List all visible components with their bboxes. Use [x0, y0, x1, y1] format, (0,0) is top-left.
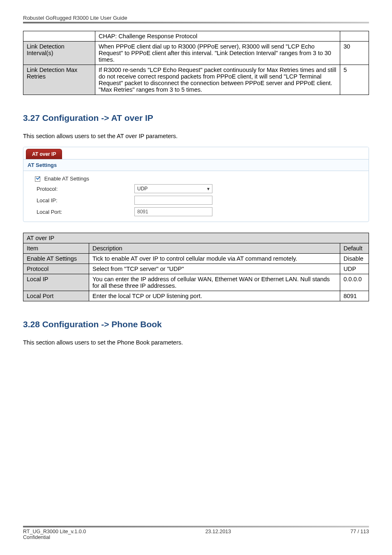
- cell-item: Link Detection Interval(s): [23, 42, 95, 65]
- intro-328: This section allows users to set the Pho…: [23, 339, 369, 346]
- table-pppoe-cont: CHAP: Challenge Response Protocol Link D…: [23, 31, 369, 95]
- cell-default: 8091: [340, 291, 369, 301]
- cell-desc: When PPPoE client dial up to R3000 (PPPo…: [95, 42, 340, 65]
- cell-empty: [340, 31, 369, 42]
- table-row: Local Port Enter the local TCP or UDP li…: [23, 291, 369, 301]
- table-header-row: Item Description Default: [23, 243, 369, 254]
- intro-327: This section allows users to set the AT …: [23, 133, 369, 139]
- cell-item: Local IP: [23, 274, 89, 291]
- cell-default: 0.0.0.0: [340, 274, 369, 291]
- enable-at-settings-text: Enable AT Settings: [44, 176, 89, 182]
- footer-right: 77 / 113: [350, 529, 369, 534]
- tab-at-over-ip[interactable]: AT over IP: [26, 149, 62, 159]
- footer-row2: Confidential: [23, 534, 369, 540]
- enable-at-settings-checkbox[interactable]: [35, 176, 40, 182]
- cell-default: Disable: [340, 254, 369, 264]
- row-localip: Local IP:: [28, 194, 364, 206]
- row-localport: Local Port: 8091: [28, 206, 364, 217]
- table-title-row: AT over IP: [23, 233, 369, 243]
- footer-row: RT_UG_R3000 Lite_v.1.0.0 23.12.2013 77 /…: [23, 529, 369, 534]
- protocol-value: UDP: [137, 186, 148, 192]
- footer-center: 23.12.2013: [205, 529, 231, 534]
- row-protocol: Protocol: UDP ▼: [28, 183, 364, 194]
- localip-input[interactable]: [134, 196, 212, 205]
- footer-left: RT_UG_R3000 Lite_v.1.0.0: [23, 529, 86, 534]
- cell-default: 5: [340, 65, 369, 95]
- header-description: Description: [89, 243, 340, 254]
- cell-desc: You can enter the IP address of cellular…: [89, 274, 340, 291]
- table-row: Link Detection Interval(s) When PPPoE cl…: [23, 42, 369, 65]
- table-row: Protocol Select from "TCP server" or "UD…: [23, 264, 369, 274]
- table-row: Link Detection Max Retries If R3000 re-s…: [23, 65, 369, 95]
- form-grid: Enable AT Settings Protocol: UDP ▼ Local…: [23, 171, 369, 222]
- at-over-ip-panel: AT over IP AT Settings Enable AT Setting…: [23, 147, 369, 222]
- cell-desc: Tick to enable AT over IP to control cel…: [89, 254, 340, 264]
- cell-default: 30: [340, 42, 369, 65]
- cell-desc: Select from "TCP server" or "UDP": [89, 264, 340, 274]
- footer: RT_UG_R3000 Lite_v.1.0.0 23.12.2013 77 /…: [23, 526, 369, 540]
- table-row: Enable AT Settings Tick to enable AT ove…: [23, 254, 369, 264]
- localport-label: Local Port:: [28, 209, 134, 215]
- chevron-down-icon: ▼: [206, 187, 210, 191]
- row-enable: Enable AT Settings: [28, 174, 364, 183]
- footer-left2: Confidential: [23, 534, 50, 540]
- cell-empty: [23, 31, 95, 42]
- cell-item: Enable AT Settings: [23, 254, 89, 264]
- localip-label: Local IP:: [28, 197, 134, 204]
- panel-section-header: AT Settings: [23, 160, 369, 171]
- heading-328: 3.28 Configuration -> Phone Book: [23, 319, 369, 329]
- doc-header: Robustel GoRugged R3000 Lite User Guide: [23, 15, 369, 21]
- header-item: Item: [23, 243, 89, 254]
- tab-row: AT over IP: [23, 147, 369, 160]
- protocol-select[interactable]: UDP ▼: [134, 184, 212, 193]
- cell-item: Link Detection Max Retries: [23, 65, 95, 95]
- heading-327: 3.27 Configuration -> AT over IP: [23, 113, 369, 123]
- table-at-over-ip: AT over IP Item Description Default Enab…: [23, 233, 369, 301]
- cell-item: Protocol: [23, 264, 89, 274]
- cell-desc: Enter the local TCP or UDP listening por…: [89, 291, 340, 301]
- cell-item: Local Port: [23, 291, 89, 301]
- header-default: Default: [340, 243, 369, 254]
- cell-default: UDP: [340, 264, 369, 274]
- protocol-label: Protocol:: [28, 186, 134, 192]
- table-row: CHAP: Challenge Response Protocol: [23, 31, 369, 42]
- cell-desc: If R3000 re-sends "LCP Echo Request" pac…: [95, 65, 340, 95]
- enable-at-settings-label: Enable AT Settings: [28, 176, 134, 182]
- table-title: AT over IP: [23, 233, 369, 243]
- footer-rule: [23, 526, 369, 527]
- header-rule: [23, 22, 369, 23]
- table-row: Local IP You can enter the IP address of…: [23, 274, 369, 291]
- cell-desc: CHAP: Challenge Response Protocol: [95, 31, 340, 42]
- localport-input[interactable]: 8091: [134, 207, 212, 216]
